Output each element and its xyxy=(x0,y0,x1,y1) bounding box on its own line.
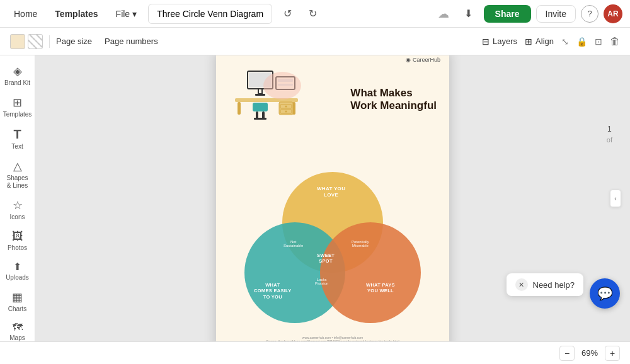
canvas-area[interactable]: ◉ CareerHub xyxy=(35,55,630,341)
toolbar2-right: ⊟ Layers ⊞ Align ⤡ 🔒 ⊡ 🗑 xyxy=(482,36,620,47)
align-button[interactable]: ⊞ Align xyxy=(525,37,554,47)
redo-button[interactable]: ↻ xyxy=(302,4,323,24)
venn-circle-orange xyxy=(320,222,421,323)
sidebar-item-text[interactable]: T Text xyxy=(2,123,33,154)
templates-nav[interactable]: Templates xyxy=(49,6,104,21)
sidebar-item-charts[interactable]: ▦ Charts xyxy=(2,287,33,317)
page-size-label[interactable]: Page size xyxy=(56,37,92,46)
sidebar-item-label: Photos xyxy=(8,244,27,252)
main-layout: ◈ Brand Kit ⊞ Templates T Text △ Shapes … xyxy=(0,55,630,341)
chat-bubble-button[interactable]: 💬 xyxy=(590,278,620,309)
undo-button[interactable]: ↺ xyxy=(277,4,297,24)
zoom-level: 69% xyxy=(578,348,601,358)
photos-icon: 🖼 xyxy=(12,230,23,243)
svg-rect-10 xyxy=(254,118,266,120)
maps-icon: 🗺 xyxy=(13,322,23,333)
background-color-picker[interactable] xyxy=(10,34,25,49)
templates-icon: ⊞ xyxy=(13,96,22,110)
page-footer: www.careerhub.com • info@careerhub.com S… xyxy=(216,336,449,342)
chevron-left-icon: ‹ xyxy=(614,195,616,202)
sidebar-item-shapes[interactable]: △ Shapes & Lines xyxy=(2,156,33,193)
venn-label-not-sustainable: NotSustainable xyxy=(284,240,303,247)
svg-point-19 xyxy=(263,72,301,100)
sidebar-item-uploads[interactable]: ⬆ Uploads xyxy=(2,257,33,285)
sidebar-item-label: Shapes & Lines xyxy=(4,174,31,190)
invite-button[interactable]: Invite xyxy=(536,5,576,23)
layers-icon: ⊟ xyxy=(482,37,490,47)
icons-icon: ☆ xyxy=(13,198,23,212)
page-numbers-label[interactable]: Page numbers xyxy=(105,37,158,46)
svg-rect-7 xyxy=(253,103,268,111)
venn-label-potentially-miserable: PotentiallyMiserable xyxy=(352,240,369,247)
page-title: What Makes Work Meaningful xyxy=(350,87,437,113)
desk-illustration xyxy=(229,68,311,125)
download-button[interactable]: ⬇ xyxy=(459,4,479,24)
topbar: Home Templates File ▾ ↺ ↻ ☁ ⬇ Share Invi… xyxy=(0,0,630,28)
svg-point-18 xyxy=(285,110,287,112)
help-button[interactable]: ? xyxy=(581,5,598,23)
sidebar-item-label: Icons xyxy=(10,213,25,221)
delete-icon[interactable]: 🗑 xyxy=(610,36,620,47)
transparent-fill-picker[interactable] xyxy=(28,34,43,49)
venn-diagram: WHAT YOULOVE WHATCOMES EASILYTO YOU WHAT… xyxy=(244,172,421,323)
resize-icon[interactable]: ⤡ xyxy=(561,37,569,47)
venn-label-teal: WHATCOMES EASILYTO YOU xyxy=(254,282,292,300)
sidebar-item-photos[interactable]: 🖼 Photos xyxy=(2,226,33,256)
venn-label-yellow: WHAT YOULOVE xyxy=(317,186,345,199)
sidebar-item-label: Charts xyxy=(8,305,26,313)
sidebar-item-templates[interactable]: ⊞ Templates xyxy=(2,92,33,122)
file-menu[interactable]: File ▾ xyxy=(110,6,144,21)
sidebar-item-label: Text xyxy=(11,143,23,151)
need-help-label: Need help? xyxy=(533,280,575,290)
svg-rect-11 xyxy=(235,98,298,102)
sidebar-item-label: Brand Kit xyxy=(4,79,30,87)
group-icon[interactable]: ⊡ xyxy=(595,37,602,47)
sidebar-item-brand-kit[interactable]: ◈ Brand Kit xyxy=(2,60,33,91)
close-help-button[interactable]: ✕ xyxy=(515,278,528,291)
need-help-tooltip: ✕ Need help? xyxy=(507,273,584,296)
text-icon: T xyxy=(13,127,21,142)
page-logo: ◉ CareerHub xyxy=(406,57,440,63)
avatar[interactable]: AR xyxy=(604,4,622,23)
collapse-panel-button[interactable]: ‹ xyxy=(610,190,621,207)
toolbar2: Page size Page numbers ⊟ Layers ⊞ Align … xyxy=(0,28,630,55)
venn-label-lacks-passion: LacksPassion xyxy=(315,278,328,285)
sidebar-item-label: Uploads xyxy=(6,274,29,282)
shapes-icon: △ xyxy=(13,159,22,173)
zoom-out-button[interactable]: − xyxy=(559,346,575,361)
align-icon: ⊞ xyxy=(525,37,532,47)
layers-button[interactable]: ⊟ Layers xyxy=(482,37,517,47)
svg-rect-2 xyxy=(255,94,265,96)
bottom-bar: − 69% + xyxy=(0,341,630,364)
sidebar-item-maps[interactable]: 🗺 Maps xyxy=(2,318,33,341)
lock-icon[interactable]: 🔒 xyxy=(576,37,587,47)
home-nav[interactable]: Home xyxy=(8,6,43,21)
separator xyxy=(49,35,50,48)
venn-label-orange: WHAT PAYSYOU WELL xyxy=(366,282,395,295)
charts-icon: ▦ xyxy=(12,290,23,304)
venn-label-sweet-spot: SWEETSPOT xyxy=(317,253,335,265)
svg-rect-1 xyxy=(258,89,262,94)
logo-icon: ◉ xyxy=(406,57,411,63)
page-canvas: ◉ CareerHub xyxy=(216,55,449,341)
uploads-icon: ⬆ xyxy=(13,261,21,273)
brand-kit-icon: ◈ xyxy=(13,64,22,78)
document-title-input[interactable] xyxy=(148,4,272,24)
page-indicator: 1 of xyxy=(607,125,612,144)
sidebar: ◈ Brand Kit ⊞ Templates T Text △ Shapes … xyxy=(0,55,35,341)
sidebar-item-icons[interactable]: ☆ Icons xyxy=(2,195,33,225)
sidebar-item-label: Maps xyxy=(9,334,25,341)
chevron-down-icon: ▾ xyxy=(132,9,137,19)
chat-icon: 💬 xyxy=(597,286,613,301)
cloud-save-icon: ☁ xyxy=(433,4,454,24)
zoom-in-button[interactable]: + xyxy=(605,346,620,361)
share-button[interactable]: Share xyxy=(484,5,531,23)
svg-rect-12 xyxy=(238,102,241,115)
logo-label: CareerHub xyxy=(413,57,440,63)
svg-point-17 xyxy=(285,105,287,107)
sidebar-item-label: Templates xyxy=(3,111,32,118)
